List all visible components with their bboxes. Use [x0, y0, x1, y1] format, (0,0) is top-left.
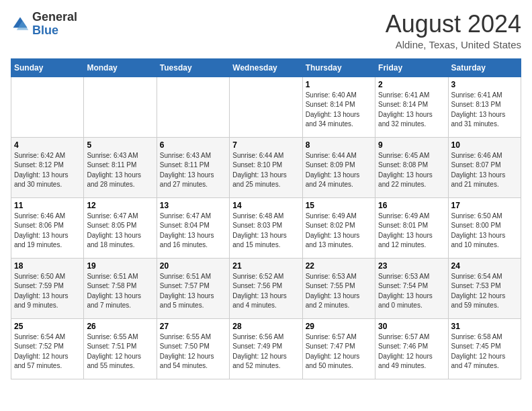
calendar-cell-empty [157, 77, 229, 137]
day-info: Sunrise: 6:51 AM Sunset: 7:58 PM Dayligh… [87, 272, 153, 311]
calendar-cell-1: 1Sunrise: 6:40 AM Sunset: 8:14 PM Daylig… [302, 77, 375, 137]
day-info: Sunrise: 6:54 AM Sunset: 7:52 PM Dayligh… [14, 332, 81, 371]
logo: General Blue [11, 11, 77, 38]
day-header-tuesday: Tuesday [157, 58, 229, 77]
day-number: 19 [87, 261, 153, 271]
calendar-week-2: 4Sunrise: 6:42 AM Sunset: 8:12 PM Daylig… [11, 137, 521, 197]
logo-icon [11, 15, 30, 34]
calendar-cell-10: 10Sunrise: 6:46 AM Sunset: 8:07 PM Dayli… [448, 137, 521, 197]
calendar-cell-3: 3Sunrise: 6:41 AM Sunset: 8:13 PM Daylig… [448, 77, 521, 137]
day-number: 26 [87, 322, 153, 331]
calendar-cell-21: 21Sunrise: 6:52 AM Sunset: 7:56 PM Dayli… [230, 258, 302, 318]
day-info: Sunrise: 6:40 AM Sunset: 8:14 PM Dayligh… [306, 91, 372, 130]
day-number: 10 [451, 140, 518, 150]
day-info: Sunrise: 6:44 AM Sunset: 8:10 PM Dayligh… [232, 151, 299, 190]
calendar-cell-20: 20Sunrise: 6:51 AM Sunset: 7:57 PM Dayli… [157, 258, 229, 318]
calendar-cell-27: 27Sunrise: 6:55 AM Sunset: 7:50 PM Dayli… [157, 318, 229, 379]
calendar-cell-17: 17Sunrise: 6:50 AM Sunset: 8:00 PM Dayli… [448, 197, 521, 258]
day-info: Sunrise: 6:53 AM Sunset: 7:54 PM Dayligh… [378, 272, 445, 311]
calendar-cell-5: 5Sunrise: 6:43 AM Sunset: 8:11 PM Daylig… [84, 137, 157, 197]
day-number: 25 [14, 322, 81, 331]
day-info: Sunrise: 6:48 AM Sunset: 8:03 PM Dayligh… [232, 212, 299, 250]
calendar-week-1: 1Sunrise: 6:40 AM Sunset: 8:14 PM Daylig… [11, 77, 521, 137]
day-number: 9 [378, 140, 445, 150]
day-info: Sunrise: 6:46 AM Sunset: 8:07 PM Dayligh… [451, 151, 518, 190]
calendar-week-3: 11Sunrise: 6:46 AM Sunset: 8:06 PM Dayli… [11, 197, 521, 258]
day-info: Sunrise: 6:51 AM Sunset: 7:57 PM Dayligh… [160, 272, 226, 311]
day-info: Sunrise: 6:45 AM Sunset: 8:08 PM Dayligh… [378, 151, 445, 190]
day-number: 28 [232, 322, 299, 331]
calendar-cell-22: 22Sunrise: 6:53 AM Sunset: 7:55 PM Dayli… [302, 258, 375, 318]
day-number: 20 [160, 261, 226, 271]
day-header-thursday: Thursday [302, 58, 375, 77]
calendar-cell-19: 19Sunrise: 6:51 AM Sunset: 7:58 PM Dayli… [84, 258, 157, 318]
day-info: Sunrise: 6:50 AM Sunset: 7:59 PM Dayligh… [14, 272, 81, 311]
calendar-cell-11: 11Sunrise: 6:46 AM Sunset: 8:06 PM Dayli… [11, 197, 84, 258]
calendar-cell-26: 26Sunrise: 6:55 AM Sunset: 7:51 PM Dayli… [84, 318, 157, 379]
day-number: 24 [451, 261, 518, 271]
day-info: Sunrise: 6:43 AM Sunset: 8:11 PM Dayligh… [160, 151, 226, 190]
day-number: 27 [160, 322, 226, 331]
day-number: 11 [14, 201, 81, 210]
day-number: 29 [306, 322, 372, 331]
day-number: 17 [451, 201, 518, 210]
day-number: 22 [306, 261, 372, 271]
day-number: 2 [378, 80, 445, 89]
calendar-cell-16: 16Sunrise: 6:49 AM Sunset: 8:01 PM Dayli… [375, 197, 448, 258]
page-header: General Blue August 2024 Aldine, Texas, … [11, 11, 521, 50]
day-number: 5 [87, 140, 153, 150]
day-number: 8 [306, 140, 372, 150]
day-number: 31 [451, 322, 518, 331]
day-header-saturday: Saturday [448, 58, 521, 77]
calendar-cell-15: 15Sunrise: 6:49 AM Sunset: 8:02 PM Dayli… [302, 197, 375, 258]
calendar-cell-29: 29Sunrise: 6:57 AM Sunset: 7:47 PM Dayli… [302, 318, 375, 379]
calendar-cell-6: 6Sunrise: 6:43 AM Sunset: 8:11 PM Daylig… [157, 137, 229, 197]
day-info: Sunrise: 6:58 AM Sunset: 7:45 PM Dayligh… [451, 332, 518, 371]
calendar-cell-25: 25Sunrise: 6:54 AM Sunset: 7:52 PM Dayli… [11, 318, 84, 379]
calendar-cell-4: 4Sunrise: 6:42 AM Sunset: 8:12 PM Daylig… [11, 137, 84, 197]
day-number: 21 [232, 261, 299, 271]
calendar-cell-7: 7Sunrise: 6:44 AM Sunset: 8:10 PM Daylig… [230, 137, 302, 197]
calendar-cell-24: 24Sunrise: 6:54 AM Sunset: 7:53 PM Dayli… [448, 258, 521, 318]
day-number: 16 [378, 201, 445, 210]
day-info: Sunrise: 6:55 AM Sunset: 7:51 PM Dayligh… [87, 332, 153, 371]
day-info: Sunrise: 6:55 AM Sunset: 7:50 PM Dayligh… [160, 332, 226, 371]
calendar-cell-13: 13Sunrise: 6:47 AM Sunset: 8:04 PM Dayli… [157, 197, 229, 258]
calendar-table: SundayMondayTuesdayWednesdayThursdayFrid… [11, 58, 521, 379]
day-number: 4 [14, 140, 81, 150]
day-number: 1 [306, 80, 372, 89]
header-row: SundayMondayTuesdayWednesdayThursdayFrid… [11, 58, 521, 77]
calendar-week-4: 18Sunrise: 6:50 AM Sunset: 7:59 PM Dayli… [11, 258, 521, 318]
day-number: 23 [378, 261, 445, 271]
day-number: 7 [232, 140, 299, 150]
day-info: Sunrise: 6:54 AM Sunset: 7:53 PM Dayligh… [451, 272, 518, 311]
calendar-cell-8: 8Sunrise: 6:44 AM Sunset: 8:09 PM Daylig… [302, 137, 375, 197]
day-number: 15 [306, 201, 372, 210]
day-header-wednesday: Wednesday [230, 58, 302, 77]
day-info: Sunrise: 6:52 AM Sunset: 7:56 PM Dayligh… [232, 272, 299, 311]
calendar-week-5: 25Sunrise: 6:54 AM Sunset: 7:52 PM Dayli… [11, 318, 521, 379]
day-info: Sunrise: 6:57 AM Sunset: 7:46 PM Dayligh… [378, 332, 445, 371]
day-number: 14 [232, 201, 299, 210]
calendar-cell-empty [11, 77, 84, 137]
day-info: Sunrise: 6:43 AM Sunset: 8:11 PM Dayligh… [87, 151, 153, 190]
calendar-subtitle: Aldine, Texas, United States [386, 39, 521, 50]
day-info: Sunrise: 6:41 AM Sunset: 8:13 PM Dayligh… [451, 91, 518, 130]
title-block: August 2024 Aldine, Texas, United States [386, 11, 521, 50]
day-number: 13 [160, 201, 226, 210]
day-info: Sunrise: 6:47 AM Sunset: 8:04 PM Dayligh… [160, 212, 226, 250]
day-info: Sunrise: 6:49 AM Sunset: 8:02 PM Dayligh… [306, 212, 372, 250]
calendar-cell-14: 14Sunrise: 6:48 AM Sunset: 8:03 PM Dayli… [230, 197, 302, 258]
calendar-title: August 2024 [386, 11, 521, 38]
logo-general-text: General [32, 10, 77, 24]
logo-blue-text: Blue [32, 24, 58, 37]
day-info: Sunrise: 6:42 AM Sunset: 8:12 PM Dayligh… [14, 151, 81, 190]
calendar-cell-18: 18Sunrise: 6:50 AM Sunset: 7:59 PM Dayli… [11, 258, 84, 318]
day-number: 18 [14, 261, 81, 271]
day-header-monday: Monday [84, 58, 157, 77]
calendar-cell-12: 12Sunrise: 6:47 AM Sunset: 8:05 PM Dayli… [84, 197, 157, 258]
calendar-cell-empty [84, 77, 157, 137]
calendar-cell-28: 28Sunrise: 6:56 AM Sunset: 7:49 PM Dayli… [230, 318, 302, 379]
day-info: Sunrise: 6:47 AM Sunset: 8:05 PM Dayligh… [87, 212, 153, 250]
calendar-cell-9: 9Sunrise: 6:45 AM Sunset: 8:08 PM Daylig… [375, 137, 448, 197]
